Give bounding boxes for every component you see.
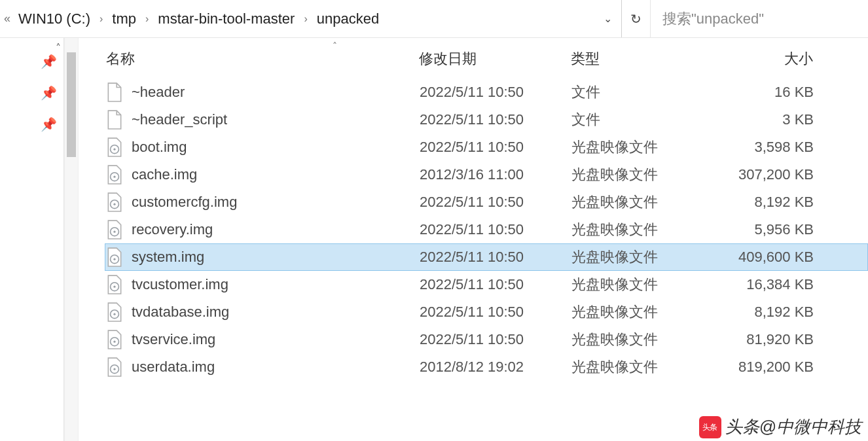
file-type: 光盘映像文件 bbox=[571, 220, 722, 239]
file-size: 8,192 KB bbox=[722, 194, 822, 211]
file-name: recovery.img bbox=[132, 221, 420, 238]
scrollbar-thumb[interactable] bbox=[67, 52, 76, 157]
disc-image-icon bbox=[105, 138, 124, 156]
svg-point-11 bbox=[113, 286, 115, 288]
file-list-pane: ˄ 名称 修改日期 类型 大小 ~header2022/5/11 10:50文件… bbox=[79, 38, 868, 441]
file-row[interactable]: tvcustomer.img2022/5/11 10:50光盘映像文件16,38… bbox=[105, 271, 868, 298]
file-type: 光盘映像文件 bbox=[571, 330, 722, 349]
file-date: 2022/5/11 10:50 bbox=[420, 331, 571, 348]
file-date: 2012/3/16 11:00 bbox=[420, 166, 571, 183]
column-header-date[interactable]: 修改日期 bbox=[419, 49, 571, 69]
svg-point-9 bbox=[113, 258, 115, 260]
file-date: 2022/5/11 10:50 bbox=[420, 194, 571, 211]
disc-image-icon bbox=[105, 275, 124, 294]
file-name: tvservice.img bbox=[132, 331, 420, 348]
file-name: ~header_script bbox=[132, 111, 420, 128]
watermark: 头条@中微中科技 bbox=[699, 415, 861, 438]
file-size: 3,598 KB bbox=[722, 139, 822, 156]
disc-image-icon bbox=[105, 166, 124, 184]
file-name: system.img bbox=[132, 249, 420, 266]
chevron-left-icon[interactable]: « bbox=[1, 12, 13, 26]
file-size: 81,920 KB bbox=[722, 331, 822, 348]
file-type: 光盘映像文件 bbox=[571, 137, 722, 157]
file-row[interactable]: ~header2022/5/11 10:50文件16 KB bbox=[105, 79, 868, 106]
pin-icon[interactable]: 📌 bbox=[0, 109, 63, 140]
file-name: userdata.img bbox=[132, 359, 420, 376]
file-row[interactable]: userdata.img2012/8/12 19:02光盘映像文件819,200… bbox=[105, 353, 868, 381]
svg-point-17 bbox=[113, 368, 115, 370]
file-row[interactable]: cache.img2012/3/16 11:00光盘映像文件307,200 KB bbox=[105, 161, 868, 188]
file-type: 光盘映像文件 bbox=[571, 357, 722, 377]
svg-point-15 bbox=[113, 341, 115, 343]
chevron-right-icon[interactable]: › bbox=[141, 13, 153, 25]
breadcrumb-dropdown-icon[interactable]: ⌄ bbox=[594, 12, 621, 25]
disc-image-icon bbox=[105, 330, 124, 349]
breadcrumb-item[interactable]: mstar-bin-tool-master bbox=[153, 7, 300, 31]
file-type: 光盘映像文件 bbox=[571, 192, 722, 212]
file-name: ~header bbox=[132, 84, 420, 101]
file-name: tvdatabase.img bbox=[132, 304, 420, 321]
column-header-row: 名称 修改日期 类型 大小 bbox=[105, 38, 868, 73]
svg-point-5 bbox=[113, 203, 115, 205]
file-name: boot.img bbox=[132, 139, 420, 156]
breadcrumb[interactable]: « WIN10 (C:)›tmp›mstar-bin-tool-master›u… bbox=[1, 0, 622, 37]
file-date: 2022/5/11 10:50 bbox=[420, 304, 571, 321]
column-header-type[interactable]: 类型 bbox=[571, 49, 721, 69]
file-type: 光盘映像文件 bbox=[571, 302, 722, 322]
sidebar-scrollbar[interactable] bbox=[64, 38, 79, 441]
disc-image-icon bbox=[105, 248, 124, 266]
file-type: 光盘映像文件 bbox=[571, 247, 722, 267]
file-row[interactable]: tvdatabase.img2022/5/11 10:50光盘映像文件8,192… bbox=[105, 298, 868, 326]
pin-icon[interactable]: 📌 bbox=[0, 77, 63, 109]
main-area: 📌 📌 📌 ˄ ˄ 名称 修改日期 类型 大小 ~header2022/5/11… bbox=[0, 38, 868, 441]
file-row[interactable]: boot.img2022/5/11 10:50光盘映像文件3,598 KB bbox=[105, 133, 868, 161]
file-size: 16 KB bbox=[722, 84, 822, 101]
file-row[interactable]: system.img2022/5/11 10:50光盘映像文件409,600 K… bbox=[105, 243, 868, 271]
search-box[interactable] bbox=[651, 0, 868, 37]
chevron-right-icon[interactable]: › bbox=[300, 13, 311, 25]
file-row[interactable]: ~header_script2022/5/11 10:50文件3 KB bbox=[105, 106, 868, 133]
file-name: tvcustomer.img bbox=[132, 276, 420, 293]
file-row[interactable]: recovery.img2022/5/11 10:50光盘映像文件5,956 K… bbox=[105, 216, 868, 243]
file-size: 5,956 KB bbox=[722, 221, 822, 238]
file-type: 光盘映像文件 bbox=[571, 275, 722, 294]
file-date: 2022/5/11 10:50 bbox=[420, 221, 571, 238]
chevron-right-icon[interactable]: › bbox=[96, 13, 107, 25]
disc-image-icon bbox=[105, 193, 124, 211]
file-icon bbox=[105, 111, 124, 129]
svg-point-13 bbox=[113, 313, 115, 315]
file-type: 文件 bbox=[571, 110, 722, 130]
file-date: 2022/5/11 10:50 bbox=[420, 249, 571, 266]
file-row[interactable]: customercfg.img2022/5/11 10:50光盘映像文件8,19… bbox=[105, 188, 868, 216]
file-size: 3 KB bbox=[722, 111, 822, 128]
file-rows: ~header2022/5/11 10:50文件16 KB~header_scr… bbox=[105, 79, 868, 381]
breadcrumb-item[interactable]: WIN10 (C:) bbox=[13, 7, 96, 31]
watermark-logo-icon bbox=[699, 416, 721, 438]
breadcrumb-item[interactable]: unpacked bbox=[312, 7, 384, 31]
column-header-name[interactable]: 名称 bbox=[105, 49, 419, 69]
disc-image-icon bbox=[105, 358, 124, 376]
file-date: 2012/8/12 19:02 bbox=[420, 359, 571, 376]
file-date: 2022/5/11 10:50 bbox=[420, 84, 571, 101]
scroll-up-icon[interactable]: ˄ bbox=[56, 42, 61, 54]
search-input[interactable] bbox=[662, 10, 868, 27]
file-size: 819,200 KB bbox=[722, 359, 822, 376]
breadcrumb-item[interactable]: tmp bbox=[107, 7, 141, 31]
file-name: customercfg.img bbox=[132, 194, 420, 211]
pin-icon[interactable]: 📌 bbox=[0, 46, 63, 77]
svg-point-1 bbox=[113, 149, 115, 150]
file-size: 8,192 KB bbox=[722, 304, 822, 321]
refresh-button[interactable]: ↻ bbox=[622, 0, 651, 37]
column-header-size[interactable]: 大小 bbox=[721, 49, 821, 69]
file-icon bbox=[105, 83, 124, 101]
file-size: 307,200 KB bbox=[722, 166, 822, 183]
address-bar: « WIN10 (C:)›tmp›mstar-bin-tool-master›u… bbox=[0, 0, 868, 38]
disc-image-icon bbox=[105, 303, 124, 321]
file-size: 409,600 KB bbox=[722, 249, 822, 266]
file-date: 2022/5/11 10:50 bbox=[420, 139, 571, 156]
disc-image-icon bbox=[105, 220, 124, 239]
file-type: 光盘映像文件 bbox=[571, 165, 722, 185]
watermark-text: 头条@中微中科技 bbox=[725, 415, 861, 438]
file-date: 2022/5/11 10:50 bbox=[420, 111, 571, 128]
file-row[interactable]: tvservice.img2022/5/11 10:50光盘映像文件81,920… bbox=[105, 326, 868, 353]
